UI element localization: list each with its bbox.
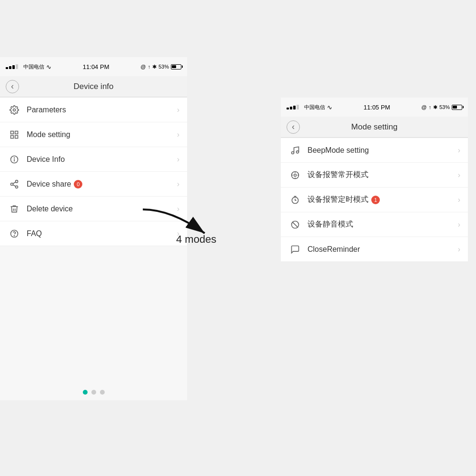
menu-item-mode-setting[interactable]: Mode setting ›: [0, 122, 187, 147]
svg-line-11: [13, 185, 16, 186]
close-reminder-icon: [288, 243, 302, 256]
silent-chevron: ›: [458, 220, 460, 229]
always-on-icon: [288, 169, 302, 182]
svg-rect-1: [11, 131, 14, 134]
right-nav-title: Mode setting: [351, 122, 397, 132]
always-on-chevron: ›: [458, 171, 460, 179]
right-bluetooth-icon: ✱: [433, 104, 437, 110]
left-status-left: 中国电信 ∿: [6, 63, 51, 70]
battery-percent: 53%: [159, 64, 169, 69]
svg-rect-4: [11, 135, 14, 138]
menu-item-parameters[interactable]: Parameters ›: [0, 98, 187, 122]
right-carrier-label: 中国电信: [304, 104, 325, 111]
svg-line-12: [13, 182, 16, 183]
right-back-button[interactable]: [287, 120, 300, 134]
mode-setting-label: Mode setting: [27, 130, 177, 139]
timer-label: 设备报警定时模式 1: [307, 195, 458, 205]
right-signal-dots: [287, 105, 302, 109]
right-time: 11:05 PM: [364, 104, 390, 111]
left-status-bar: 中国电信 ∿ 11:04 PM @ ↑ ✱ 53%: [0, 57, 187, 76]
device-share-icon: [8, 178, 21, 191]
svg-rect-3: [15, 135, 18, 138]
beep-mode-chevron: ›: [458, 146, 460, 155]
svg-line-28: [292, 222, 298, 228]
beep-mode-label: BeepMode setting: [307, 146, 458, 155]
device-info-chevron: ›: [177, 155, 179, 164]
right-battery-percent: 53%: [439, 104, 450, 110]
svg-point-10: [16, 186, 18, 188]
silent-label: 设备静音模式: [307, 219, 458, 229]
battery-bar: [171, 64, 181, 69]
menu-item-close-reminder[interactable]: CloseReminder ›: [281, 237, 468, 262]
parameters-icon: [8, 103, 21, 117]
menu-item-timer[interactable]: 设备报警定时模式 1 ›: [281, 188, 468, 212]
svg-point-9: [11, 183, 13, 185]
device-info-label: Device Info: [27, 155, 177, 164]
menu-item-beep-mode[interactable]: BeepMode setting ›: [281, 138, 468, 163]
dot-3: [12, 65, 15, 69]
menu-item-device-share[interactable]: Device share 0 ›: [0, 172, 187, 197]
battery-fill: [172, 65, 176, 68]
page-dot-1[interactable]: 1: [83, 390, 88, 395]
left-back-button[interactable]: [6, 80, 19, 93]
page-dot-2[interactable]: 2: [91, 390, 96, 395]
silent-icon: [288, 218, 302, 231]
signal-dots: [6, 64, 21, 69]
left-nav-bar: Device info: [0, 76, 187, 97]
close-reminder-chevron: ›: [458, 245, 460, 254]
always-on-label: 设备报警常开模式: [307, 170, 458, 180]
right-status-bar: 中国电信 ∿ 11:05 PM @ ↑ ✱ 53%: [281, 98, 468, 117]
right-battery-bar: [452, 105, 462, 110]
menu-item-always-on[interactable]: 设备报警常开模式 ›: [281, 163, 468, 188]
right-menu-list: BeepMode setting › 设备报警常开模式 ›: [281, 138, 468, 262]
menu-item-device-info[interactable]: Device Info ›: [0, 147, 187, 172]
device-share-label: Device share 0: [27, 180, 177, 188]
bluetooth-icon: ✱: [152, 64, 157, 70]
svg-point-19: [294, 174, 297, 176]
rdot-1: [287, 108, 289, 109]
left-nav-title: Device info: [73, 82, 113, 91]
page-dot-3[interactable]: 3: [100, 390, 105, 395]
right-arrow-icon: ↑: [428, 104, 431, 110]
mode-setting-icon: [8, 128, 21, 141]
rdot-4: [297, 105, 299, 109]
svg-point-17: [297, 150, 299, 153]
rdot-2: [290, 107, 292, 109]
device-info-icon: [8, 153, 21, 166]
device-share-chevron: ›: [177, 180, 179, 188]
dot-4: [16, 64, 18, 69]
battery-icon: [171, 64, 181, 69]
device-share-badge: 0: [74, 180, 82, 188]
right-location-icon: @: [421, 104, 426, 110]
rdot-3: [293, 106, 296, 109]
parameters-label: Parameters: [27, 106, 177, 114]
left-status-right: @ ↑ ✱ 53%: [140, 64, 181, 70]
timer-badge: 1: [371, 196, 380, 204]
svg-rect-2: [15, 131, 18, 134]
carrier-label: 中国电信: [23, 63, 44, 70]
parameters-chevron: ›: [177, 106, 179, 114]
menu-item-silent[interactable]: 设备静音模式 ›: [281, 212, 468, 237]
right-phone: 中国电信 ∿ 11:05 PM @ ↑ ✱ 53% Mode setting: [281, 98, 468, 262]
close-reminder-label: CloseReminder: [307, 245, 458, 254]
right-battery-icon: [452, 105, 462, 110]
timer-chevron: ›: [458, 196, 460, 204]
pagination: 1 2 3: [0, 384, 187, 400]
left-time: 11:04 PM: [83, 63, 109, 70]
right-status-right: @ ↑ ✱ 53%: [421, 104, 462, 110]
arrow-annotation: [133, 205, 228, 245]
right-wifi-icon: ∿: [327, 104, 332, 111]
right-nav-bar: Mode setting: [281, 117, 468, 138]
delete-device-icon: [8, 202, 21, 216]
svg-point-8: [16, 180, 18, 182]
mode-setting-chevron: ›: [177, 130, 179, 139]
svg-point-0: [13, 109, 16, 111]
location-icon: @: [140, 64, 146, 69]
svg-point-16: [292, 151, 294, 154]
dot-2: [9, 66, 11, 69]
arrow-icon: ↑: [148, 64, 150, 69]
dot-1: [6, 67, 8, 69]
left-gray-section: [0, 246, 187, 384]
wifi-icon: ∿: [46, 63, 51, 70]
faq-icon: [8, 227, 21, 240]
